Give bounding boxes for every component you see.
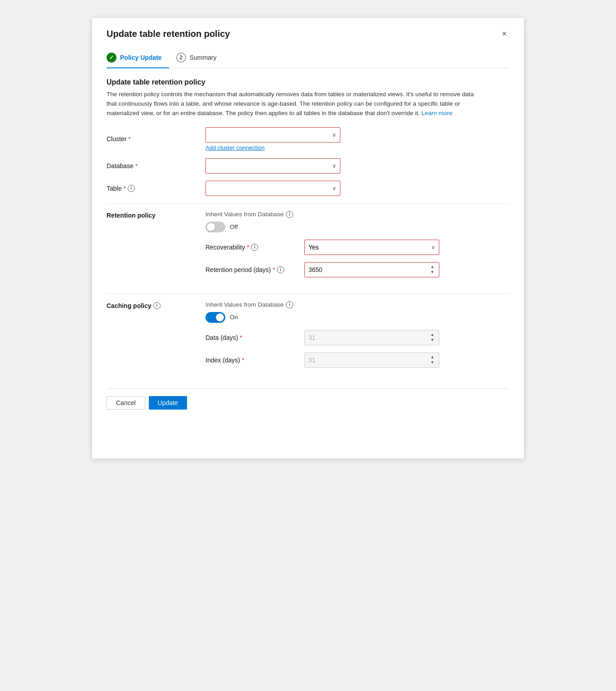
retention-period-row: Retention period (days) * i 3650 ▲ ▼ (205, 262, 509, 277)
data-days-spinbox-buttons: ▲ ▼ (429, 332, 435, 343)
retention-period-decrement-button[interactable]: ▼ (429, 270, 435, 275)
data-days-spinbox[interactable]: 31 ▲ ▼ (304, 330, 439, 345)
retention-period-label: Retention period (days) * i (205, 266, 304, 273)
cluster-label: Cluster* (107, 135, 205, 143)
cluster-dropdown[interactable]: ∨ (205, 127, 340, 143)
retention-period-value: 3650 (308, 266, 322, 273)
section-description: The retention policy controls the mechan… (107, 90, 475, 118)
add-cluster-link[interactable]: Add cluster connection (205, 144, 265, 151)
cluster-row: Cluster* ∨ Add cluster connection (107, 127, 509, 151)
caching-toggle[interactable] (205, 312, 225, 323)
table-chevron-icon: ∨ (332, 185, 336, 192)
step2-label: Summary (190, 54, 217, 61)
step-summary[interactable]: 2 Summary (176, 48, 224, 68)
caching-policy-label: Caching policy i (107, 301, 205, 375)
step-policy-update[interactable]: ✓ Policy Update (107, 48, 169, 68)
database-row: Database* ∨ (107, 158, 509, 174)
recoverability-row: Recoverability * i Yes ∨ (205, 240, 509, 255)
data-days-decrement-button[interactable]: ▼ (429, 338, 435, 343)
recoverability-chevron-icon: ∨ (431, 244, 435, 250)
table-label: Table* i (107, 185, 205, 192)
table-control: ∨ (205, 181, 340, 196)
retention-policy-section: Retention policy Inherit Values from Dat… (107, 211, 509, 285)
cluster-chevron-icon: ∨ (332, 132, 336, 138)
cancel-button[interactable]: Cancel (107, 396, 145, 410)
database-chevron-icon: ∨ (332, 163, 336, 169)
table-info-icon[interactable]: i (128, 185, 135, 192)
update-button[interactable]: Update (149, 396, 187, 410)
retention-period-increment-button[interactable]: ▲ (429, 264, 435, 269)
database-dropdown[interactable]: ∨ (205, 158, 340, 174)
dialog-header: Update table retention policy × (107, 29, 509, 39)
section-title: Update table retention policy (107, 78, 509, 86)
step1-circle: ✓ (107, 53, 116, 62)
retention-period-spinbox[interactable]: 3650 ▲ ▼ (304, 262, 439, 277)
divider-2 (107, 294, 509, 294)
caching-policy-content: Inherit Values from Database i On Data (… (205, 301, 509, 375)
data-days-increment-button[interactable]: ▲ (429, 332, 435, 337)
retention-inherit-info-icon[interactable]: i (286, 211, 293, 218)
data-days-control: 31 ▲ ▼ (304, 330, 439, 345)
wizard-steps: ✓ Policy Update 2 Summary (107, 48, 509, 68)
dialog-footer: Cancel Update (107, 388, 509, 410)
retention-period-info-icon[interactable]: i (277, 266, 284, 273)
retention-inherit-label: Inherit Values from Database i (205, 211, 509, 218)
retention-toggle-status: Off (230, 223, 238, 230)
caching-inherit-info-icon[interactable]: i (286, 301, 293, 308)
form-section: Update table retention policy The retent… (107, 78, 509, 196)
retention-period-control: 3650 ▲ ▼ (304, 262, 439, 277)
table-dropdown[interactable]: ∨ (205, 181, 340, 196)
index-days-spinbox-buttons: ▲ ▼ (429, 355, 435, 365)
data-days-value: 31 (308, 334, 316, 341)
caching-toggle-row: On (205, 312, 509, 323)
index-days-value: 31 (308, 357, 316, 364)
recoverability-control: Yes ∨ (304, 240, 439, 255)
dialog-title: Update table retention policy (107, 29, 230, 39)
index-days-control: 31 ▲ ▼ (304, 352, 439, 368)
caching-toggle-slider (205, 312, 225, 323)
data-days-label: Data (days) * (205, 334, 304, 341)
cluster-control: ∨ Add cluster connection (205, 127, 340, 151)
index-days-row: Index (days) * 31 ▲ ▼ (205, 352, 509, 368)
retention-toggle-slider (205, 222, 225, 232)
index-days-spinbox[interactable]: 31 ▲ ▼ (304, 352, 439, 368)
index-days-label: Index (days) * (205, 357, 304, 364)
retention-policy-content: Inherit Values from Database i Off Recov… (205, 211, 509, 285)
index-days-increment-button[interactable]: ▲ (429, 355, 435, 360)
caching-policy-section: Caching policy i Inherit Values from Dat… (107, 301, 509, 375)
caching-inherit-label: Inherit Values from Database i (205, 301, 509, 308)
database-control: ∨ (205, 158, 340, 174)
retention-toggle-row: Off (205, 222, 509, 232)
retention-period-spinbox-buttons: ▲ ▼ (429, 264, 435, 275)
retention-policy-label: Retention policy (107, 211, 205, 285)
database-label: Database* (107, 162, 205, 169)
recoverability-label: Recoverability * i (205, 244, 304, 251)
step2-circle: 2 (176, 53, 186, 62)
learn-more-link[interactable]: Learn more (421, 110, 452, 116)
caching-toggle-status: On (230, 314, 238, 321)
divider-1 (107, 203, 509, 204)
caching-policy-info-icon[interactable]: i (153, 302, 161, 309)
step1-label: Policy Update (120, 54, 162, 61)
close-button[interactable]: × (499, 29, 509, 39)
recoverability-info-icon[interactable]: i (251, 244, 258, 251)
retention-toggle[interactable] (205, 222, 225, 232)
recoverability-dropdown[interactable]: Yes ∨ (304, 240, 439, 255)
data-days-row: Data (days) * 31 ▲ ▼ (205, 330, 509, 345)
index-days-decrement-button[interactable]: ▼ (429, 360, 435, 365)
table-row: Table* i ∨ (107, 181, 509, 196)
dialog: Update table retention policy × ✓ Policy… (92, 18, 524, 459)
recoverability-value: Yes (308, 244, 319, 251)
